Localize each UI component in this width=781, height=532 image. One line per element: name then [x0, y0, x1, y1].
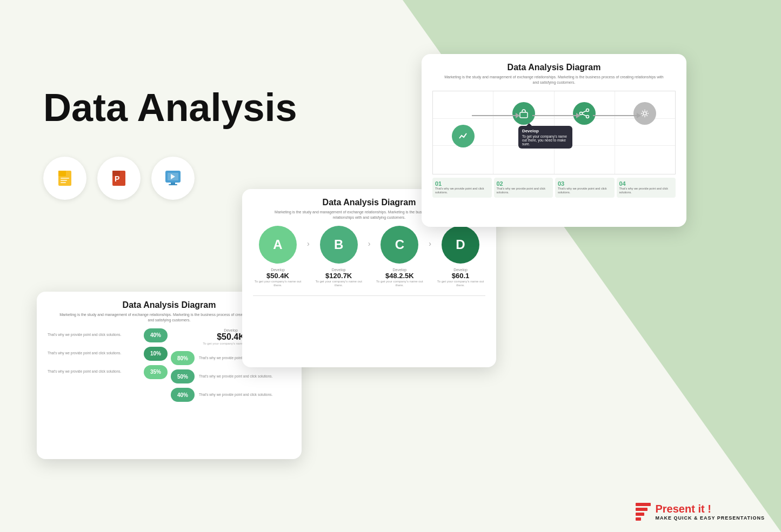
keynote-svg [163, 169, 183, 188]
svg-text:P: P [115, 174, 119, 183]
svg-rect-13 [520, 112, 528, 118]
circle-a-item: A Develop $50.4K To get your company's n… [253, 226, 303, 288]
google-slides-svg [55, 169, 75, 188]
powerpoint-svg: P [109, 169, 129, 188]
tooltip-title: Develop [522, 129, 569, 133]
pill-10: That's why we provide point and click so… [48, 347, 168, 361]
keynote-icon[interactable] [151, 157, 195, 200]
tooltip-desc: To get your company's name out there, yo… [522, 134, 569, 146]
card3-subtitle: Marketing is the study and management of… [422, 75, 686, 85]
svg-rect-1 [58, 171, 66, 176]
svg-line-18 [582, 114, 586, 116]
badge-40b: 40% [171, 388, 195, 402]
svg-point-16 [586, 115, 589, 118]
circle-b: B [320, 226, 358, 264]
badge-35: 35% [144, 365, 168, 379]
badge-40: 40% [144, 328, 168, 342]
step-3: 03 That's why we provide point and click… [555, 178, 615, 198]
circle-d: D [442, 226, 479, 264]
pill-35: That's why we provide point and click so… [48, 365, 168, 379]
brand-name: Present it ! [655, 502, 765, 515]
google-slides-icon[interactable] [43, 157, 86, 200]
arrow-ab: › [307, 239, 310, 248]
page-title: Data Analysis [43, 86, 297, 129]
step-2: 02 That's why we provide point and click… [494, 178, 553, 198]
svg-point-19 [643, 112, 646, 115]
circle-a: A [259, 226, 297, 264]
circles-row: A Develop $50.4K To get your company's n… [253, 226, 485, 288]
circle-d-item: D Develop $60.1 To get your company's na… [436, 226, 485, 288]
pill-40: That's why we provide point and click so… [48, 328, 168, 342]
brand-logo: Present it ! MAKE QUICK & EASY PRESENTAT… [636, 502, 765, 521]
svg-rect-3 [61, 180, 67, 181]
pill-50: 50% That's why we provide point and clic… [171, 369, 291, 383]
circle-c: C [381, 226, 418, 264]
brand-tagline: MAKE QUICK & EASY PRESENTATIONS [655, 515, 765, 521]
card3-title: Data Analysis Diagram [422, 63, 686, 72]
app-icons-row: P [43, 157, 195, 200]
arrow-bc: › [368, 239, 371, 248]
svg-point-15 [586, 109, 589, 111]
brand-icon [636, 503, 651, 521]
badge-10: 10% [144, 347, 168, 361]
svg-rect-4 [61, 182, 66, 183]
svg-rect-2 [61, 178, 69, 179]
pill-40b: 40% That's why we provide point and clic… [171, 388, 291, 402]
circle-b-item: B Develop $120.7K To get your company's … [314, 226, 364, 288]
svg-line-17 [582, 111, 586, 113]
powerpoint-icon[interactable]: P [97, 157, 141, 200]
slide-card-3: Data Analysis Diagram Marketing is the s… [422, 54, 686, 227]
badge-50: 50% [171, 369, 195, 383]
svg-rect-10 [169, 184, 177, 185]
step-4: 04 That's why we provide point and click… [617, 178, 676, 198]
step-1: 01 That's why we provide point and click… [432, 178, 492, 198]
circle-c-item: C Develop $48.2.5K To get your company's… [375, 226, 424, 288]
arrow-cd: › [429, 239, 431, 248]
badge-80: 80% [171, 351, 195, 365]
